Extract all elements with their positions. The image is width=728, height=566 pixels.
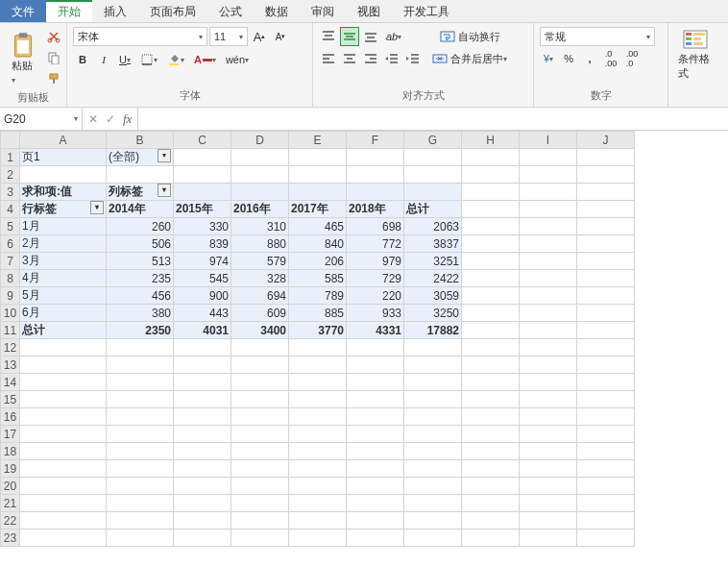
cell[interactable]: 465 [289,218,347,235]
filter-button[interactable]: ▾ [158,184,171,197]
cell[interactable] [404,443,462,460]
cell[interactable] [289,184,347,201]
cell[interactable]: 3837 [404,235,462,253]
cell[interactable]: 772 [347,235,404,253]
formula-input[interactable] [138,108,728,130]
cell[interactable]: 694 [231,287,289,305]
format-painter-button[interactable] [44,69,63,88]
cell[interactable] [231,408,289,426]
cell[interactable] [577,218,635,235]
col-header-H[interactable]: H [462,132,520,149]
tab-开始[interactable]: 开始 [46,0,92,22]
cell[interactable] [174,374,231,391]
cell[interactable] [520,218,577,235]
phonetic-button[interactable]: wén ▾ [222,50,253,69]
row-header-21[interactable]: 21 [1,495,20,512]
cell[interactable] [231,529,289,547]
align-center-button[interactable] [340,49,359,68]
cell[interactable] [347,149,404,166]
cell[interactable]: 6月 [20,305,107,322]
cell[interactable]: 2063 [404,218,462,235]
row-header-18[interactable]: 18 [1,443,20,460]
cell[interactable] [174,408,231,426]
cell[interactable] [520,184,577,201]
cell[interactable] [347,478,404,495]
cell[interactable]: 310 [231,218,289,235]
cell[interactable] [107,339,174,357]
cell[interactable] [520,391,577,408]
cell[interactable] [231,357,289,374]
cell[interactable] [577,287,635,305]
cell[interactable]: 2018年 [347,201,404,218]
row-header-11[interactable]: 11 [1,322,20,339]
cell[interactable] [462,253,520,270]
cell[interactable]: 3月 [20,253,107,270]
cell[interactable] [347,460,404,478]
cell[interactable]: 206 [289,253,347,270]
cell[interactable] [174,149,231,166]
cell[interactable] [174,529,231,547]
cell[interactable]: 933 [347,305,404,322]
cell[interactable] [231,460,289,478]
cell[interactable] [577,305,635,322]
cell[interactable] [289,166,347,184]
tab-页面布局[interactable]: 页面布局 [138,0,207,22]
cell[interactable] [462,512,520,529]
tab-数据[interactable]: 数据 [254,0,300,22]
underline-button[interactable]: U ▾ [115,50,134,69]
cell[interactable]: 2422 [404,270,462,287]
cell[interactable] [577,235,635,253]
tab-公式[interactable]: 公式 [207,0,254,22]
cell[interactable] [347,184,404,201]
cell[interactable] [404,478,462,495]
cell[interactable]: 974 [174,253,231,270]
cell[interactable] [174,357,231,374]
cell[interactable] [289,357,347,374]
cell[interactable] [107,478,174,495]
cell[interactable] [462,184,520,201]
cell[interactable] [404,374,462,391]
cell[interactable] [404,460,462,478]
cell[interactable] [347,443,404,460]
select-all-corner[interactable] [1,132,20,149]
row-header-10[interactable]: 10 [1,305,20,322]
row-header-19[interactable]: 19 [1,460,20,478]
cell[interactable] [577,495,635,512]
cell[interactable]: 总计 [404,201,462,218]
cell[interactable] [20,408,107,426]
cell[interactable] [174,426,231,443]
cell[interactable]: 4031 [174,322,231,339]
cell[interactable] [289,391,347,408]
cell[interactable] [107,374,174,391]
row-header-9[interactable]: 9 [1,287,20,305]
cell[interactable] [347,408,404,426]
cell[interactable]: 4331 [347,322,404,339]
cell[interactable] [347,339,404,357]
cell[interactable] [404,391,462,408]
cell[interactable] [174,495,231,512]
cell[interactable] [577,529,635,547]
cell[interactable] [107,357,174,374]
cell[interactable]: 求和项:值 [20,184,107,201]
cell[interactable] [462,305,520,322]
align-bottom-button[interactable] [361,27,380,46]
decrease-decimal-button[interactable]: .00.0 [622,49,642,68]
cell[interactable] [347,512,404,529]
increase-decimal-button[interactable]: .0.00 [601,49,620,68]
cell[interactable] [520,235,577,253]
cell[interactable] [289,460,347,478]
increase-indent-button[interactable] [403,49,423,68]
cell[interactable] [231,512,289,529]
cell[interactable] [577,184,635,201]
cell[interactable] [520,529,577,547]
cell[interactable]: 839 [174,235,231,253]
cell[interactable] [107,460,174,478]
cell[interactable]: 3250 [404,305,462,322]
orientation-button[interactable]: ab▾ [382,27,405,46]
cell[interactable] [520,374,577,391]
cell[interactable] [462,322,520,339]
cell[interactable] [289,408,347,426]
cell[interactable] [520,495,577,512]
col-header-E[interactable]: E [289,132,347,149]
cell[interactable]: 260 [107,218,174,235]
